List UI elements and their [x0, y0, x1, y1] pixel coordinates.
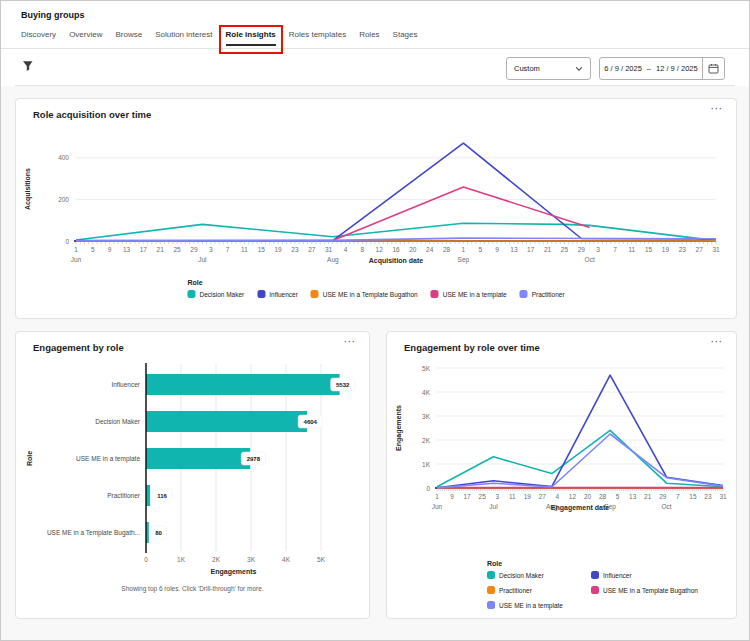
legend-item-use-me-in-a-template[interactable]: USE ME in a template — [487, 601, 569, 609]
tab-label: Solution interest — [155, 30, 212, 39]
bar-chart-engagement-by-role[interactable]: Influencer5532Decision Maker4604USE ME i… — [22, 362, 365, 578]
x-tick-label: 31 — [712, 246, 720, 253]
x-tick-label: 21 — [544, 246, 552, 253]
x-tick-label: 27 — [539, 493, 547, 500]
legend-item-decision-maker[interactable]: Decision Maker — [487, 571, 569, 579]
x-tick-label: 11 — [241, 246, 248, 253]
x-tick-label: 4 — [556, 493, 560, 500]
legend-item-influencer[interactable]: Influencer — [257, 290, 298, 298]
x-tick-label: 9 — [495, 246, 499, 253]
legend-item-practitioner[interactable]: Practitioner — [520, 290, 565, 298]
legend-swatch — [187, 290, 195, 298]
chart-title: Role acquisition over time — [33, 109, 151, 120]
x-tick-label: 0 — [144, 556, 148, 563]
x-tick-label: 1 — [435, 493, 439, 500]
tab-label: Discovery — [21, 30, 56, 39]
tab-discovery[interactable]: Discovery — [21, 30, 56, 47]
legend-swatch — [431, 290, 439, 298]
x-tick-label: 9 — [108, 246, 112, 253]
legend-item-influencer[interactable]: Influencer — [591, 571, 698, 579]
x-tick-label: 17 — [527, 246, 535, 253]
x-tick-label: 1K — [177, 556, 186, 563]
tab-stages[interactable]: Stages — [393, 30, 418, 47]
more-options-icon[interactable]: ··· — [344, 337, 356, 347]
tab-label: Stages — [393, 30, 418, 39]
more-options-icon[interactable]: ··· — [711, 104, 723, 114]
x-tick-label: 28 — [599, 493, 607, 500]
bar-decision-maker[interactable] — [146, 411, 307, 432]
legend-label: USE ME in a Template Bugathon — [323, 291, 418, 298]
x-tick-label: 20 — [584, 493, 592, 500]
bar-category-label: USE ME in a template — [76, 455, 140, 463]
bar-category-label: Practitioner — [107, 492, 141, 499]
line-series-decision-maker[interactable] — [437, 430, 723, 486]
bar-value-label: 2978 — [247, 456, 261, 462]
legend-item-use-me-in-a-template[interactable]: USE ME in a template — [431, 290, 507, 298]
legend-swatch — [591, 586, 599, 594]
bar-influencer[interactable] — [146, 374, 340, 395]
x-tick-label: 5 — [91, 246, 95, 253]
bar-category-label: Influencer — [111, 381, 140, 388]
tab-roles[interactable]: Roles — [359, 30, 379, 47]
x-tick-label: 9 — [450, 493, 454, 500]
calendar-button[interactable] — [702, 58, 724, 79]
legend-label: Practitioner — [499, 587, 532, 594]
x-tick-label: 3 — [596, 246, 600, 253]
legend-item-use-me-in-a-template-bugathon[interactable]: USE ME in a Template Bugathon — [591, 586, 698, 594]
legend-label: Influencer — [603, 572, 632, 579]
x-tick-label: 25 — [561, 246, 569, 253]
line-chart-engagement-over-time[interactable]: 01K2K3K4K5K191725Jun3111927Jul4122028Aug… — [391, 362, 734, 520]
tab-roles-templates[interactable]: Roles templates — [289, 30, 346, 47]
legend-item-use-me-in-a-template-bugathon[interactable]: USE ME in a Template Bugathon — [311, 290, 418, 298]
bar-value-label: 116 — [157, 493, 167, 499]
bar-use-me-in-a-template[interactable] — [146, 448, 250, 469]
x-tick-label: 12 — [569, 493, 577, 500]
x-tick-label: 5 — [616, 493, 620, 500]
page-title: Buying groups — [21, 10, 85, 20]
date-range-input[interactable]: 6 / 9 / 2025 – 12 / 9 / 2025 — [599, 57, 725, 80]
legend-label: USE ME in a Template Bugathon — [603, 587, 698, 594]
x-tick-label: 27 — [308, 246, 316, 253]
tab-label: Role insights — [226, 30, 276, 39]
x-tick-label: 4K — [282, 556, 291, 563]
filter-button[interactable] — [21, 59, 35, 73]
legend-item-practitioner[interactable]: Practitioner — [487, 586, 569, 594]
calendar-icon — [708, 63, 719, 74]
legend-label: Decision Maker — [499, 572, 544, 579]
x-tick-label: 19 — [524, 493, 532, 500]
x-tick-label: 31 — [719, 493, 727, 500]
x-tick-label: 15 — [689, 493, 697, 500]
legend-swatch — [591, 571, 599, 579]
legend-engagement-over-time: RoleDecision MakerInfluencerPractitioner… — [487, 560, 698, 609]
x-tick-label: 25 — [173, 246, 181, 253]
x-tick-label: 4 — [344, 246, 348, 253]
tab-browse[interactable]: Browse — [115, 30, 142, 47]
date-range-end: 12 / 9 / 2025 — [656, 64, 698, 73]
x-tick-label: 8 — [361, 246, 365, 253]
y-tick-label: 2K — [422, 437, 431, 444]
x-tick-label: 1 — [74, 246, 78, 253]
legend-item-decision-maker[interactable]: Decision Maker — [187, 290, 244, 298]
x-tick-label: 24 — [426, 246, 434, 253]
date-preset-select[interactable]: Custom — [506, 57, 591, 80]
x-tick-label: 21 — [157, 246, 165, 253]
month-label: Oct — [661, 503, 671, 510]
legend-swatch — [311, 290, 319, 298]
tab-label: Overview — [69, 30, 102, 39]
x-axis-title: Engagements — [211, 568, 257, 576]
tab-role-insights[interactable]: Role insights — [226, 30, 276, 47]
y-tick-label: 0 — [65, 238, 69, 245]
legend-swatch — [487, 601, 495, 609]
tab-overview[interactable]: Overview — [69, 30, 102, 47]
month-label: Jun — [432, 503, 443, 510]
tab-solution-interest[interactable]: Solution interest — [155, 30, 212, 47]
y-axis-title: Acquisitions — [24, 168, 32, 210]
x-tick-label: 23 — [291, 246, 299, 253]
y-tick-label: 3K — [422, 413, 431, 420]
line-chart-role-acquisition[interactable]: 02004001591317212529Jun37111519232731Jul… — [20, 129, 726, 277]
chart-title: Engagement by role — [33, 342, 124, 353]
legend-role-acquisition: RoleDecision MakerInfluencerUSE ME in a … — [187, 279, 564, 298]
x-axis-title: Acquisition date — [369, 257, 424, 265]
more-options-icon[interactable]: ··· — [711, 337, 723, 347]
line-series-use-me-in-a-template[interactable] — [437, 434, 723, 488]
